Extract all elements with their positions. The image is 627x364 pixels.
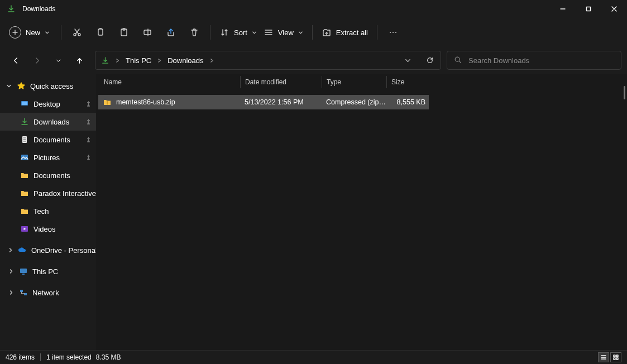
scrollbar[interactable] <box>624 86 625 99</box>
paste-button[interactable] <box>114 22 134 42</box>
sort-icon <box>219 27 229 37</box>
sidebar-onedrive[interactable]: OneDrive - Personal <box>0 241 96 259</box>
rename-button[interactable] <box>137 22 157 42</box>
column-type[interactable]: Type <box>322 76 386 88</box>
chevron-right-icon[interactable] <box>115 56 120 65</box>
chevron-right-icon <box>8 269 15 274</box>
large-icons-view-toggle[interactable] <box>610 352 621 362</box>
sidebar-network[interactable]: Network <box>0 284 96 301</box>
svg-point-8 <box>393 32 394 33</box>
status-selection: 1 item selected <box>46 353 92 361</box>
chevron-right-icon[interactable] <box>209 56 214 65</box>
copy-button[interactable] <box>90 22 111 42</box>
file-list[interactable]: Name Date modified Type Size memtest86-u… <box>96 74 627 350</box>
svg-rect-17 <box>22 274 25 275</box>
sidebar-label: Pictures <box>33 154 60 162</box>
maximize-button[interactable] <box>576 0 601 18</box>
column-date[interactable]: Date modified <box>240 76 322 88</box>
pin-icon <box>85 118 92 125</box>
view-icon <box>264 27 274 37</box>
sidebar-item-paradox[interactable]: Paradox Interactive <box>0 184 96 202</box>
sidebar-label: Paradox Interactive <box>33 189 96 198</box>
sidebar-this-pc[interactable]: This PC <box>0 262 96 280</box>
address-dropdown-button[interactable] <box>399 52 416 69</box>
downloads-folder-icon <box>7 4 16 13</box>
svg-rect-6 <box>144 30 151 35</box>
extract-icon <box>322 27 332 37</box>
forward-button[interactable] <box>28 51 46 69</box>
sidebar-label: Videos <box>33 225 56 233</box>
sidebar-label: Documents <box>33 136 70 144</box>
delete-button[interactable] <box>184 22 204 42</box>
navigation-row: This PC Downloads <box>0 47 627 74</box>
view-button[interactable]: View <box>260 22 307 42</box>
svg-rect-21 <box>614 355 615 357</box>
chevron-right-icon <box>8 290 15 295</box>
sidebar-item-documents-2[interactable]: Documents <box>0 166 96 184</box>
downloads-icon <box>20 117 29 126</box>
sidebar-label: Tech <box>33 207 49 215</box>
sidebar-label: OneDrive - Personal <box>31 246 96 255</box>
search-box[interactable] <box>447 51 621 70</box>
sidebar-item-downloads[interactable]: Downloads <box>0 113 96 131</box>
sidebar-item-pictures[interactable]: Pictures <box>0 149 96 166</box>
refresh-button[interactable] <box>422 52 438 69</box>
breadcrumb-downloads[interactable]: Downloads <box>167 56 203 65</box>
search-input[interactable] <box>468 56 614 65</box>
column-name[interactable]: Name <box>104 76 240 88</box>
sidebar-label: Desktop <box>33 100 60 108</box>
chevron-right-icon <box>8 247 13 253</box>
star-icon <box>17 82 26 90</box>
chevron-right-icon[interactable] <box>157 56 162 65</box>
status-item-count: 426 items <box>6 353 35 361</box>
recent-locations-button[interactable] <box>49 51 67 69</box>
this-pc-icon <box>19 267 28 276</box>
file-name: memtest86-usb.zip <box>116 98 175 106</box>
more-button[interactable] <box>383 22 403 42</box>
chevron-down-icon <box>6 83 12 89</box>
sidebar-item-documents[interactable]: Documents <box>0 131 96 149</box>
rename-icon <box>142 27 152 37</box>
file-row[interactable]: memtest86-usb.zip 5/13/2022 1:56 PM Comp… <box>98 95 429 109</box>
breadcrumb-this-pc[interactable]: This PC <box>126 56 151 65</box>
svg-rect-14 <box>21 155 28 160</box>
details-view-toggle[interactable] <box>598 352 609 362</box>
new-button[interactable]: New <box>6 22 55 42</box>
search-icon <box>454 56 462 65</box>
sidebar-label: Downloads <box>33 118 69 126</box>
svg-rect-22 <box>616 355 618 357</box>
more-icon <box>388 27 398 37</box>
sidebar-quick-access[interactable]: Quick access <box>0 77 96 95</box>
pictures-icon <box>20 153 29 162</box>
chevron-down-icon <box>45 30 50 35</box>
sidebar-item-tech[interactable]: Tech <box>0 202 96 220</box>
sidebar-item-videos[interactable]: Videos <box>0 220 96 238</box>
back-button[interactable] <box>7 51 25 69</box>
column-size[interactable]: Size <box>386 76 431 88</box>
sidebar-item-desktop[interactable]: Desktop <box>0 95 96 113</box>
cut-icon <box>72 27 82 37</box>
sidebar-label: Documents <box>33 171 70 180</box>
extract-label: Extract all <box>336 28 368 37</box>
onedrive-icon <box>18 246 27 255</box>
file-type: Compressed (zipp... <box>322 98 386 106</box>
folder-icon <box>20 171 29 180</box>
svg-rect-0 <box>587 7 591 11</box>
svg-point-9 <box>395 32 396 33</box>
network-icon <box>19 288 28 297</box>
videos-icon <box>20 224 29 233</box>
sort-label: Sort <box>234 28 247 37</box>
close-button[interactable] <box>601 0 627 18</box>
desktop-icon <box>20 99 29 108</box>
share-icon <box>166 27 176 37</box>
extract-all-button[interactable]: Extract all <box>318 22 371 42</box>
share-button[interactable] <box>161 22 181 42</box>
up-button[interactable] <box>70 51 88 69</box>
cut-button[interactable] <box>67 22 87 42</box>
sort-button[interactable]: Sort <box>216 22 260 42</box>
pin-icon <box>85 100 92 107</box>
svg-rect-20 <box>107 101 108 105</box>
minimize-button[interactable] <box>550 0 576 18</box>
address-bar[interactable]: This PC Downloads <box>95 51 441 70</box>
svg-point-7 <box>390 32 391 33</box>
